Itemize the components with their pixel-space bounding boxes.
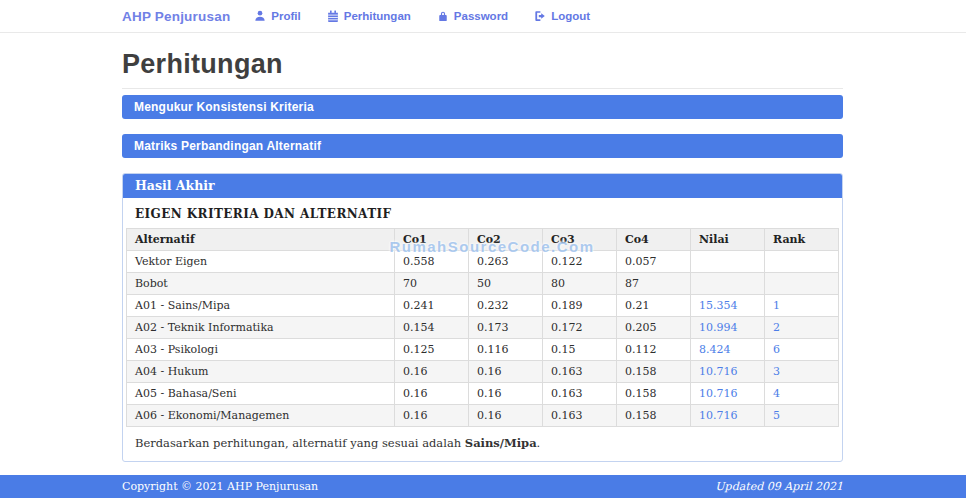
column-header: Co2 (469, 229, 543, 251)
result-table: AlternatifCo1Co2Co3Co4NilaiRank Vektor E… (126, 228, 839, 427)
nav-item-perhitungan[interactable]: Perhitungan (327, 10, 411, 22)
cell-co2: 0.173 (469, 317, 543, 339)
table-row: A04 - Hukum0.160.160.1630.15810.7163 (127, 361, 839, 383)
footer: Copyright © 2021 AHP Penjurusan Updated … (0, 475, 966, 498)
cell-co2: 0.16 (469, 383, 543, 405)
cell-alternatif: Vektor Eigen (127, 251, 395, 273)
cell-nilai: 10.994 (691, 317, 765, 339)
cell-alternatif: Bobot (127, 273, 395, 295)
cell-co3: 0.163 (543, 405, 617, 427)
cell-alternatif: A06 - Ekonomi/Managemen (127, 405, 395, 427)
table-row: A01 - Sains/Mipa0.2410.2320.1890.2115.35… (127, 295, 839, 317)
result-table-head-row: AlternatifCo1Co2Co3Co4NilaiRank (127, 229, 839, 251)
column-header: Rank (765, 229, 839, 251)
nav-item-password[interactable]: Password (437, 10, 508, 22)
nav-item-label: Profil (271, 10, 300, 22)
cell-nilai (691, 273, 765, 295)
cell-co4: 0.21 (617, 295, 691, 317)
title-divider (122, 88, 843, 89)
conclusion-note: Berdasarkan perhitungan, alternatif yang… (123, 427, 842, 461)
column-header: Alternatif (127, 229, 395, 251)
cell-co4: 0.112 (617, 339, 691, 361)
nav-item-label: Perhitungan (344, 10, 411, 22)
table-row: Vektor Eigen0.5580.2630.1220.057 (127, 251, 839, 273)
panel-hasil-body: EIGEN KRITERIA DAN ALTERNATIF Alternatif… (123, 198, 842, 461)
cell-co3: 80 (543, 273, 617, 295)
cell-co4: 0.057 (617, 251, 691, 273)
cell-nilai: 10.716 (691, 361, 765, 383)
cell-co3: 0.189 (543, 295, 617, 317)
cell-co1: 0.241 (395, 295, 469, 317)
cell-co4: 0.158 (617, 383, 691, 405)
cell-co4: 87 (617, 273, 691, 295)
main-content: Perhitungan Mengukur Konsistensi Kriteri… (122, 50, 843, 462)
footer-updated: Updated 09 April 2021 (715, 480, 843, 493)
cell-rank (765, 251, 839, 273)
cell-co3: 0.15 (543, 339, 617, 361)
nav-item-label: Logout (551, 10, 590, 22)
table-row: Bobot70508087 (127, 273, 839, 295)
cell-rank: 1 (765, 295, 839, 317)
cell-alternatif: A03 - Psikologi (127, 339, 395, 361)
conclusion-highlight: Sains/Mipa (465, 436, 537, 450)
cell-co3: 0.163 (543, 361, 617, 383)
cell-co4: 0.205 (617, 317, 691, 339)
cell-co1: 0.16 (395, 361, 469, 383)
cell-co3: 0.163 (543, 383, 617, 405)
table-row: A02 - Teknik Informatika0.1540.1730.1720… (127, 317, 839, 339)
cell-rank: 5 (765, 405, 839, 427)
navbar: AHP Penjurusan Profil Perhitungan (0, 0, 966, 33)
table-row: A05 - Bahasa/Seni0.160.160.1630.15810.71… (127, 383, 839, 405)
cell-alternatif: A02 - Teknik Informatika (127, 317, 395, 339)
nav-item-label: Password (454, 10, 508, 22)
panel-matriks-header[interactable]: Matriks Perbandingan Alternatif (122, 134, 843, 158)
cell-co2: 0.232 (469, 295, 543, 317)
cell-co1: 0.16 (395, 383, 469, 405)
nav-item-logout[interactable]: Logout (534, 10, 590, 22)
cell-alternatif: A01 - Sains/Mipa (127, 295, 395, 317)
table-row: A06 - Ekonomi/Managemen0.160.160.1630.15… (127, 405, 839, 427)
cell-nilai: 8.424 (691, 339, 765, 361)
column-header: Co4 (617, 229, 691, 251)
calendar-icon (327, 10, 339, 22)
cell-co1: 70 (395, 273, 469, 295)
cell-co2: 0.116 (469, 339, 543, 361)
panel-hasil-header[interactable]: Hasil Akhir (123, 174, 842, 198)
result-table-body: Vektor Eigen0.5580.2630.1220.057Bobot705… (127, 251, 839, 427)
cell-rank: 2 (765, 317, 839, 339)
footer-copyright: Copyright © 2021 AHP Penjurusan (122, 480, 318, 493)
cell-co1: 0.125 (395, 339, 469, 361)
cell-nilai (691, 251, 765, 273)
cell-co2: 0.263 (469, 251, 543, 273)
logout-icon (534, 10, 546, 22)
conclusion-suffix: . (537, 436, 541, 450)
cell-nilai: 15.354 (691, 295, 765, 317)
column-header: Nilai (691, 229, 765, 251)
conclusion-prefix: Berdasarkan perhitungan, alternatif yang… (135, 436, 465, 450)
panel-hasil-akhir: Hasil Akhir EIGEN KRITERIA DAN ALTERNATI… (122, 173, 843, 462)
cell-co1: 0.16 (395, 405, 469, 427)
cell-co3: 0.122 (543, 251, 617, 273)
cell-co1: 0.558 (395, 251, 469, 273)
brand-link[interactable]: AHP Penjurusan (122, 9, 230, 24)
cell-co2: 0.16 (469, 361, 543, 383)
table-row: A03 - Psikologi0.1250.1160.150.1128.4246 (127, 339, 839, 361)
cell-co2: 50 (469, 273, 543, 295)
cell-co3: 0.172 (543, 317, 617, 339)
page-title: Perhitungan (122, 50, 843, 79)
nav-item-profil[interactable]: Profil (254, 10, 300, 22)
lock-icon (437, 10, 449, 22)
cell-nilai: 10.716 (691, 383, 765, 405)
cell-nilai: 10.716 (691, 405, 765, 427)
cell-alternatif: A04 - Hukum (127, 361, 395, 383)
column-header: Co1 (395, 229, 469, 251)
panel-konsistensi-header[interactable]: Mengukur Konsistensi Kriteria (122, 95, 843, 119)
cell-co4: 0.158 (617, 361, 691, 383)
column-header: Co3 (543, 229, 617, 251)
cell-rank: 6 (765, 339, 839, 361)
cell-co4: 0.158 (617, 405, 691, 427)
result-heading: EIGEN KRITERIA DAN ALTERNATIF (123, 198, 842, 228)
cell-rank: 4 (765, 383, 839, 405)
cell-co1: 0.154 (395, 317, 469, 339)
cell-rank: 3 (765, 361, 839, 383)
